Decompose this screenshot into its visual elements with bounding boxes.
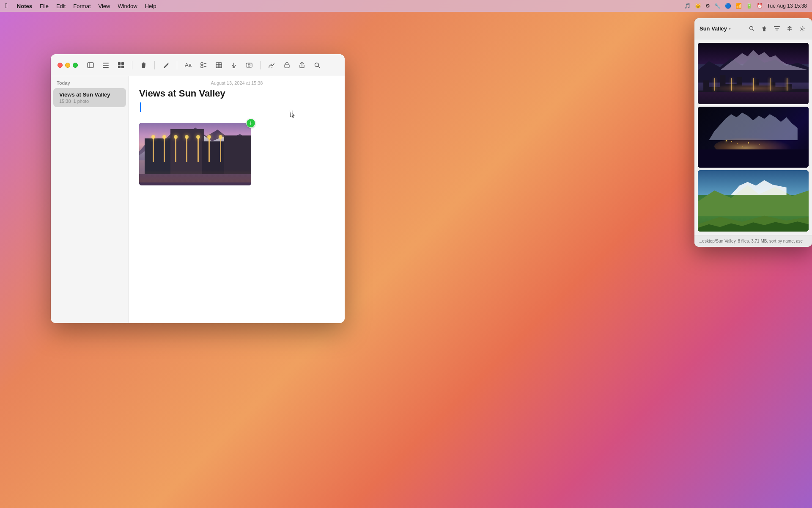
svg-rect-18 xyxy=(233,63,234,66)
share-button[interactable] xyxy=(296,59,308,71)
svg-rect-0 xyxy=(88,63,93,68)
divider-3 xyxy=(177,61,177,69)
note-item-photo-count: 1 photo xyxy=(74,99,89,104)
audio-button[interactable] xyxy=(228,59,240,71)
finder-settings-button[interactable] xyxy=(798,24,807,33)
checklist-button[interactable] xyxy=(198,59,209,71)
note-editor: August 13, 2024 at 15:38 Views at Sun Va… xyxy=(129,76,345,323)
gallery-view-button[interactable] xyxy=(115,59,127,71)
compose-button[interactable] xyxy=(160,59,172,71)
note-item-time: 15:38 xyxy=(59,99,71,104)
divider-2 xyxy=(154,61,155,69)
format-button[interactable]: Aa xyxy=(182,59,194,71)
finder-content xyxy=(694,39,812,235)
menu-help[interactable]: Help xyxy=(145,3,156,9)
lock-button[interactable] xyxy=(281,59,293,71)
svg-point-36 xyxy=(801,28,803,30)
note-title-area: Views at Sun Valley xyxy=(129,88,345,102)
apple-menu[interactable]:  xyxy=(5,2,8,10)
note-photo[interactable] xyxy=(139,123,251,185)
finder-toolbar-icons xyxy=(747,24,807,33)
note-item-title: Views at Sun Valley xyxy=(59,91,120,98)
photo-button[interactable] xyxy=(243,59,255,71)
menu-bar-left:  Notes File Edit Format View Window Hel… xyxy=(5,2,156,10)
svg-rect-7 xyxy=(118,66,121,68)
finder-toolbar: Sun Valley ▾ xyxy=(694,18,812,39)
add-photo-button[interactable]: + xyxy=(246,119,255,128)
finder-photo-3[interactable] xyxy=(698,170,809,232)
search-button[interactable] xyxy=(311,59,323,71)
link-button[interactable] xyxy=(266,59,277,71)
menu-bar:  Notes File Edit Format View Window Hel… xyxy=(0,0,812,12)
svg-rect-30 xyxy=(775,28,779,29)
svg-rect-8 xyxy=(121,66,124,68)
svg-rect-13 xyxy=(216,63,222,68)
menubar-icon-network[interactable]: 🔧 xyxy=(714,3,721,9)
finder-search-button[interactable] xyxy=(747,24,756,33)
svg-rect-4 xyxy=(103,67,109,68)
menubar-icon-time[interactable]: ⏰ xyxy=(757,3,763,9)
divider-1 xyxy=(132,61,132,69)
text-cursor xyxy=(140,102,141,112)
notes-sidebar: Today Views at Sun Valley 15:38 1 photo xyxy=(51,76,129,323)
delete-button[interactable] xyxy=(137,59,149,71)
svg-rect-9 xyxy=(201,63,203,65)
svg-point-27 xyxy=(749,27,753,30)
svg-rect-2 xyxy=(103,63,109,64)
table-button[interactable] xyxy=(213,59,225,71)
svg-point-22 xyxy=(248,64,250,66)
menubar-icon-settings[interactable]: ⚙ xyxy=(705,3,710,9)
svg-rect-5 xyxy=(118,62,121,65)
menubar-icon-battery[interactable]: 🔋 xyxy=(746,3,752,9)
notes-toolbar: Aa xyxy=(51,54,345,76)
menu-edit[interactable]: Edit xyxy=(56,3,66,9)
menubar-icon-wifi[interactable]: 📶 xyxy=(735,3,742,9)
note-title[interactable]: Views at Sun Valley xyxy=(139,88,225,99)
menubar-datetime: Tue Aug 13 15:38 xyxy=(767,3,807,9)
app-name[interactable]: Notes xyxy=(17,3,32,9)
maximize-button[interactable] xyxy=(73,63,78,68)
note-list-item[interactable]: Views at Sun Valley 15:38 1 photo xyxy=(53,88,126,107)
minimize-button[interactable] xyxy=(65,63,70,68)
finder-photo-2[interactable] xyxy=(698,107,809,168)
svg-rect-29 xyxy=(774,26,780,27)
list-view-button[interactable] xyxy=(100,59,112,71)
svg-point-25 xyxy=(315,63,319,66)
finder-folder-name: Sun Valley xyxy=(700,25,727,32)
menu-window[interactable]: Window xyxy=(118,3,137,9)
menubar-icon-media[interactable]: 🎵 xyxy=(684,3,691,9)
menu-file[interactable]: File xyxy=(40,3,49,9)
svg-rect-6 xyxy=(121,62,124,65)
svg-line-26 xyxy=(318,66,320,68)
note-body[interactable]: + xyxy=(129,102,345,323)
menu-bar-right: 🎵 🐱 ⚙ 🔧 🔵 📶 🔋 ⏰ Tue Aug 13 15:38 xyxy=(684,3,807,9)
notes-window: Aa xyxy=(51,54,345,323)
finder-filter-button[interactable] xyxy=(772,24,782,33)
finder-pin-button[interactable] xyxy=(760,24,769,33)
finder-sort-button[interactable] xyxy=(785,24,794,33)
finder-chevron-icon: ▾ xyxy=(729,26,731,31)
finder-title-area: Sun Valley ▾ xyxy=(700,25,743,32)
menubar-icon-cat[interactable]: 🐱 xyxy=(695,3,701,9)
note-item-meta: 15:38 1 photo xyxy=(59,99,120,104)
finder-window: Sun Valley ▾ xyxy=(694,18,812,247)
photo-scene xyxy=(139,123,251,185)
notes-content: Today Views at Sun Valley 15:38 1 photo … xyxy=(51,76,345,323)
svg-rect-11 xyxy=(201,66,203,68)
svg-rect-23 xyxy=(248,63,250,64)
svg-rect-31 xyxy=(776,30,778,30)
sidebar-section-today: Today xyxy=(51,76,129,88)
finder-status-bar: ...esktop/Sun Valley, 8 files, 3.71 MB, … xyxy=(694,235,812,247)
finder-photo-1[interactable] xyxy=(698,43,809,104)
traffic-lights xyxy=(58,63,78,68)
sidebar-toggle-button[interactable] xyxy=(85,59,96,71)
desktop: Aa xyxy=(0,12,812,508)
menu-view[interactable]: View xyxy=(99,3,110,9)
note-photo-container: + xyxy=(139,123,251,185)
menu-format[interactable]: Format xyxy=(73,3,91,9)
menubar-icon-bluetooth[interactable]: 🔵 xyxy=(725,3,731,9)
svg-rect-3 xyxy=(103,65,109,66)
finder-status-text: ...esktop/Sun Valley, 8 files, 3.71 MB, … xyxy=(699,239,803,243)
close-button[interactable] xyxy=(58,63,63,68)
divider-4 xyxy=(260,61,261,69)
